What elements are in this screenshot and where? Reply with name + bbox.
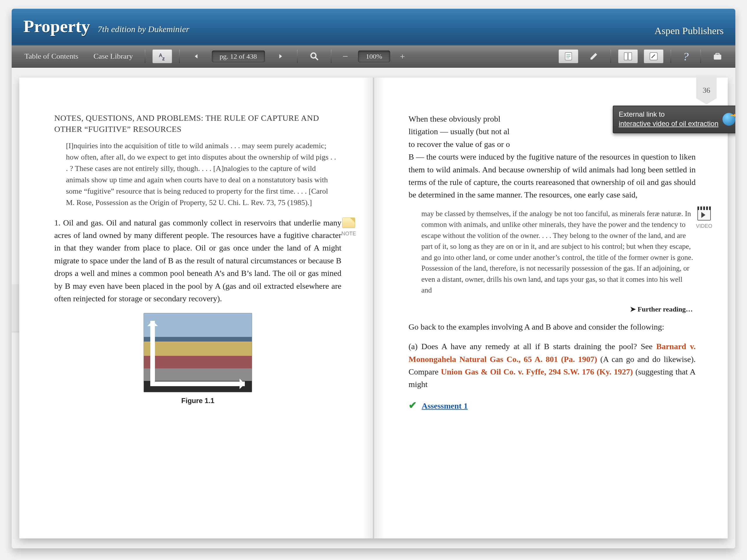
- search-icon[interactable]: [305, 50, 324, 63]
- briefcase-icon[interactable]: [708, 50, 727, 63]
- book-title: Property: [23, 16, 90, 36]
- book-spread: NOTES, QUESTIONS, AND PROBLEMS: THE RULE…: [19, 78, 728, 538]
- body-text: (a) Does A have any remedy at all if B s…: [409, 342, 656, 351]
- video-icon: [697, 209, 711, 220]
- glossary-icon[interactable]: Az: [152, 49, 172, 63]
- svg-marker-2: [195, 54, 197, 59]
- svg-text:A: A: [159, 53, 162, 58]
- write-icon[interactable]: [644, 49, 664, 63]
- note-marker[interactable]: NOTE: [338, 218, 359, 238]
- reader-area: NOTES, QUESTIONS, AND PROBLEMS: THE RULE…: [12, 68, 735, 548]
- svg-rect-11: [624, 53, 627, 60]
- body-text: litigation — usually (but not al: [409, 127, 510, 136]
- separator: [297, 50, 298, 63]
- video-marker[interactable]: VIDEO: [694, 209, 714, 231]
- intro-quote: [I]nquiries into the acquisition of titl…: [66, 140, 338, 208]
- case-library-button[interactable]: Case Library: [89, 50, 137, 62]
- external-link-tooltip[interactable]: External link to interactive video of oi…: [613, 106, 735, 133]
- note-label: NOTE: [341, 231, 356, 237]
- svg-point-4: [311, 53, 316, 58]
- zoom-indicator[interactable]: 100%: [358, 50, 390, 62]
- separator: [145, 50, 145, 63]
- body-paragraph: (a) Does A have any remedy at all if B s…: [409, 340, 696, 391]
- check-icon: ✔: [409, 400, 417, 411]
- globe-icon: [722, 113, 735, 126]
- publisher-label: Aspen Publishers: [654, 25, 724, 36]
- figure-oil-strata[interactable]: [144, 313, 252, 392]
- zoom-in-button[interactable]: +: [396, 51, 409, 61]
- body-paragraph: Go back to the examples involving A and …: [409, 321, 696, 333]
- separator: [179, 50, 180, 63]
- assessment-row: ✔ Assessment 1: [409, 398, 696, 413]
- note-icon: [342, 218, 355, 228]
- separator: [331, 50, 332, 63]
- separator: [700, 50, 701, 63]
- case-quote: may be classed by themselves, if the ana…: [421, 208, 694, 296]
- figure-arrow-vert: [150, 321, 155, 386]
- figure-block: Figure 1.1: [54, 313, 341, 406]
- body-paragraph: to recover the value of gas or o: [409, 138, 696, 151]
- figure-caption: Figure 1.1: [54, 395, 341, 406]
- notes-icon[interactable]: [559, 49, 578, 63]
- app-frame: Property 7th edition by Dukeminier Aspen…: [12, 9, 735, 548]
- video-label: VIDEO: [696, 223, 712, 229]
- svg-line-5: [315, 57, 318, 60]
- section-heading: NOTES, QUESTIONS, AND PROBLEMS: THE RULE…: [54, 113, 341, 135]
- prev-page-button[interactable]: [187, 50, 206, 63]
- body-paragraph: 1. Oil and gas. Oil and natural gas comm…: [54, 216, 341, 305]
- svg-rect-15: [716, 53, 719, 55]
- separator: [611, 50, 611, 63]
- assessment-link[interactable]: Assessment 1: [422, 401, 468, 410]
- zoom-out-button[interactable]: −: [338, 51, 352, 62]
- body-text: to recover the value of gas or o: [409, 140, 510, 149]
- case-link-union-gas[interactable]: Union Gas & Oil Co. v. Fyffe, 294 S.W. 1…: [441, 367, 633, 376]
- page-indicator[interactable]: pg. 12 of 438: [212, 50, 265, 62]
- help-icon[interactable]: ?: [678, 48, 693, 65]
- toolbar: Table of Contents Case Library Az pg. 12…: [12, 46, 735, 68]
- page-number-tab[interactable]: 36: [696, 76, 717, 104]
- left-page: NOTES, QUESTIONS, AND PROBLEMS: THE RULE…: [19, 78, 374, 538]
- separator: [671, 50, 671, 63]
- right-page: 36 External link to interactive video of…: [374, 78, 728, 538]
- further-reading-link[interactable]: Further reading…: [409, 304, 693, 315]
- highlighter-icon[interactable]: [584, 50, 603, 63]
- next-page-button[interactable]: [271, 50, 290, 63]
- svg-text:z: z: [162, 56, 165, 61]
- svg-marker-10: [591, 53, 597, 60]
- figure-arrow-horz: [150, 381, 245, 386]
- bookmark-icon[interactable]: [618, 49, 638, 63]
- svg-marker-3: [279, 54, 282, 59]
- toc-button[interactable]: Table of Contents: [20, 50, 83, 62]
- titlebar: Property 7th edition by Dukeminier Aspen…: [12, 9, 735, 46]
- tooltip-line1: External link to: [619, 110, 718, 119]
- spine: [373, 78, 374, 538]
- body-text: When these obviously probl: [409, 114, 500, 123]
- body-text: 1. Oil and gas. Oil and natural gas comm…: [54, 218, 341, 303]
- tooltip-line2: interactive video of oil extraction: [619, 119, 718, 128]
- book-subtitle: 7th edition by Dukeminier: [98, 24, 189, 34]
- body-paragraph: B — the courts were induced by the fugit…: [409, 151, 696, 201]
- svg-rect-12: [628, 53, 632, 60]
